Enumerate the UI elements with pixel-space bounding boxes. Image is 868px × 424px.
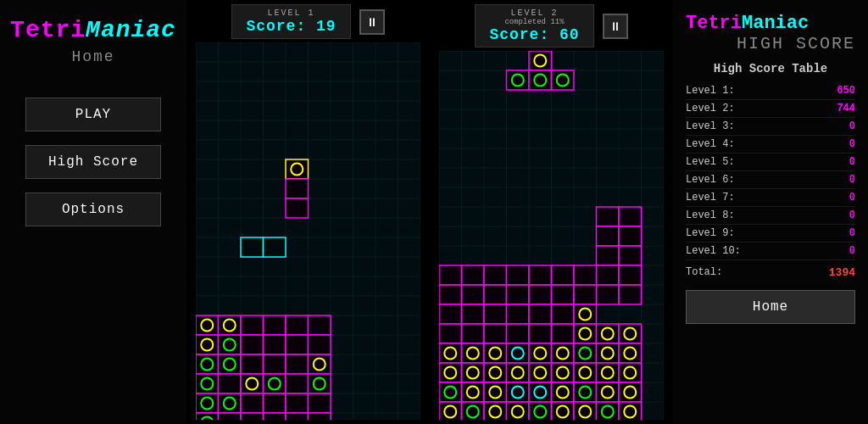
svg-rect-182	[529, 343, 552, 363]
hs-row-5: Level 5:0	[686, 153, 855, 171]
high-score-table: Level 1:650Level 2:744Level 3:0Level 4:0…	[686, 82, 855, 260]
svg-rect-43	[241, 315, 264, 335]
brand-tetr: Tetri	[10, 17, 86, 43]
svg-rect-62	[309, 354, 331, 374]
svg-rect-59	[241, 354, 264, 374]
right-high-score-label: HIGH SCORE	[686, 34, 855, 53]
svg-rect-174	[439, 343, 462, 363]
svg-rect-162	[439, 324, 462, 343]
game-panel-2: LEVEL 2 completed 11% Score: 60 ⏸	[430, 0, 673, 424]
svg-rect-37	[241, 237, 264, 257]
svg-rect-71	[286, 374, 309, 393]
svg-rect-194	[462, 363, 485, 382]
svg-rect-60	[264, 354, 287, 374]
svg-rect-139	[619, 285, 642, 304]
svg-rect-148	[462, 285, 485, 304]
svg-rect-165	[507, 324, 530, 343]
svg-rect-218	[529, 382, 552, 402]
svg-rect-198	[507, 363, 530, 382]
svg-rect-72	[309, 374, 331, 393]
game1-pause-button[interactable]: ⏸	[359, 9, 385, 35]
svg-rect-170	[597, 324, 620, 343]
svg-rect-36	[286, 198, 309, 218]
svg-rect-86	[264, 413, 287, 420]
svg-rect-196	[484, 363, 507, 382]
svg-rect-224	[597, 382, 620, 402]
hs-row-9: Level 9:0	[686, 225, 855, 243]
svg-rect-167	[552, 324, 575, 343]
hs-row-10: Level 10:0	[686, 243, 855, 260]
svg-rect-133	[619, 226, 642, 246]
svg-rect-128	[552, 70, 575, 90]
svg-rect-80	[286, 393, 309, 413]
svg-rect-88	[309, 413, 331, 420]
svg-rect-158	[529, 304, 552, 324]
game-area: LEVEL 1 Score: 19 ⏸ // Will be drawn bel…	[186, 0, 673, 424]
right-panel: TetriManiac HIGH SCORE High Score Table …	[673, 0, 868, 424]
svg-rect-67	[241, 374, 264, 393]
svg-rect-178	[484, 343, 507, 363]
svg-rect-216	[507, 382, 530, 402]
svg-rect-46	[309, 315, 331, 335]
svg-rect-186	[574, 343, 597, 363]
play-button[interactable]: PLAY	[25, 98, 161, 131]
svg-rect-142	[484, 265, 507, 285]
svg-rect-206	[597, 363, 620, 382]
svg-rect-159	[552, 304, 575, 324]
svg-rect-85	[241, 413, 264, 420]
game1-level: LEVEL 1	[246, 8, 336, 18]
brand-maniac: Maniac	[86, 17, 176, 43]
svg-rect-156	[484, 304, 507, 324]
svg-rect-64	[196, 374, 219, 393]
svg-rect-155	[462, 304, 485, 324]
svg-rect-81	[309, 393, 331, 413]
svg-rect-154	[439, 304, 462, 324]
highscore-button[interactable]: High Score	[25, 145, 161, 179]
svg-rect-200	[529, 363, 552, 382]
hs-row-1: Level 1:650	[686, 82, 855, 100]
svg-rect-214	[484, 382, 507, 402]
svg-rect-143	[507, 265, 530, 285]
svg-rect-153	[574, 285, 597, 304]
svg-rect-202	[552, 363, 575, 382]
svg-rect-172	[619, 324, 642, 343]
svg-rect-87	[286, 413, 309, 420]
svg-rect-222	[574, 382, 597, 402]
game2-level: LEVEL 2	[489, 8, 579, 18]
hs-total-score: 1394	[829, 266, 855, 279]
game2-scorebox: LEVEL 2 completed 11% Score: 60	[475, 4, 593, 47]
hs-row-3: Level 3:0	[686, 118, 855, 136]
svg-rect-190	[619, 343, 642, 363]
svg-rect-208	[619, 363, 642, 382]
svg-rect-164	[484, 324, 507, 343]
svg-rect-136	[597, 265, 620, 285]
game1-scorebox: LEVEL 1 Score: 19	[231, 4, 350, 39]
svg-rect-49	[219, 335, 242, 354]
svg-rect-168	[574, 324, 597, 343]
hs-row-6: Level 6:0	[686, 171, 855, 189]
svg-rect-39	[196, 315, 219, 335]
options-button[interactable]: Options	[25, 192, 161, 226]
svg-rect-54	[309, 335, 331, 354]
svg-rect-138	[597, 285, 620, 304]
svg-rect-150	[507, 285, 530, 304]
svg-rect-66	[219, 374, 242, 393]
hs-row-4: Level 4:0	[686, 136, 855, 153]
sidebar-brand: TetriManiac	[10, 17, 176, 43]
home-button[interactable]: Home	[686, 290, 855, 324]
svg-rect-157	[507, 304, 530, 324]
svg-rect-76	[219, 393, 242, 413]
svg-rect-163	[462, 324, 485, 343]
svg-rect-210	[439, 382, 462, 402]
svg-rect-180	[507, 343, 530, 363]
svg-rect-47	[196, 335, 219, 354]
game1-score: Score: 19	[246, 18, 336, 35]
svg-rect-184	[552, 343, 575, 363]
svg-rect-192	[439, 363, 462, 382]
svg-rect-122	[529, 51, 552, 70]
game2-score: Score: 60	[489, 26, 579, 43]
svg-rect-78	[241, 393, 264, 413]
svg-rect-204	[574, 363, 597, 382]
right-brand-tetr: Tetri	[686, 13, 742, 34]
game2-pause-button[interactable]: ⏸	[603, 14, 628, 39]
